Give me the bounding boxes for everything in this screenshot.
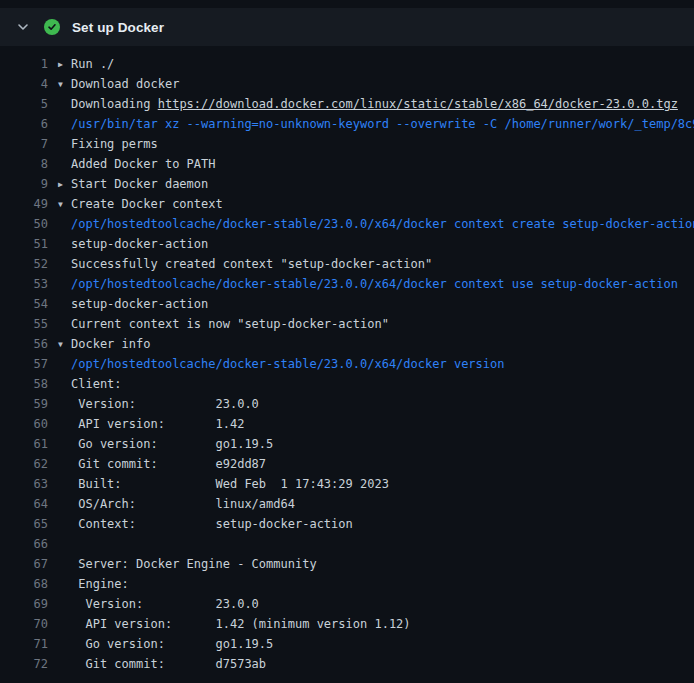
line-number[interactable]: 55 (0, 314, 48, 334)
log-line-content: API version: 1.42 (58, 414, 244, 434)
line-number[interactable]: 52 (0, 254, 48, 274)
log-group-line[interactable]: 56▼Docker info (0, 334, 694, 354)
line-number[interactable]: 6 (0, 114, 48, 134)
log-text: Go version: go1.19.5 (71, 637, 273, 651)
log-line-content: Added Docker to PATH (58, 154, 216, 174)
log-viewer: 1▶Run ./4▼Download docker5Downloading ht… (0, 54, 694, 683)
line-number[interactable]: 51 (0, 234, 48, 254)
log-line-content (58, 534, 71, 554)
log-line-content: Go version: go1.19.5 (58, 634, 273, 654)
log-line: 57/opt/hostedtoolcache/docker-stable/23.… (0, 354, 694, 374)
line-number[interactable]: 8 (0, 154, 48, 174)
log-line-content: ▼Download docker (58, 74, 179, 94)
line-number[interactable]: 66 (0, 534, 48, 554)
triangle-collapsed-icon[interactable]: ▶ (58, 55, 71, 75)
line-number[interactable]: 62 (0, 454, 48, 474)
line-number[interactable]: 59 (0, 394, 48, 414)
line-number[interactable]: 67 (0, 554, 48, 574)
log-line: 61 Go version: go1.19.5 (0, 434, 694, 454)
log-line-content: /usr/bin/tar xz --warning=no-unknown-key… (58, 114, 694, 134)
chevron-down-icon[interactable] (16, 20, 30, 34)
log-command-text: /opt/hostedtoolcache/docker-stable/23.0.… (71, 217, 694, 231)
log-link[interactable]: https://download.docker.com/linux/static… (158, 97, 678, 111)
line-number[interactable]: 68 (0, 574, 48, 594)
line-number[interactable]: 49 (0, 194, 48, 214)
log-text: Engine: (71, 577, 129, 591)
log-text: Version: 23.0.0 (71, 597, 259, 611)
log-line-content: API version: 1.42 (minimum version 1.12) (58, 614, 411, 634)
log-line-content: Go version: go1.19.5 (58, 434, 273, 454)
line-number[interactable]: 60 (0, 414, 48, 434)
log-text: Git commit: e92dd87 (71, 457, 266, 471)
log-line: 72 Git commit: d7573ab (0, 654, 694, 674)
line-number[interactable]: 4 (0, 74, 48, 94)
log-line-content: Git commit: e92dd87 (58, 454, 266, 474)
log-line-content: Current context is now "setup-docker-act… (58, 314, 389, 334)
line-number[interactable]: 61 (0, 434, 48, 454)
log-text: API version: 1.42 (71, 417, 244, 431)
line-number[interactable]: 1 (0, 54, 48, 74)
line-number[interactable]: 71 (0, 634, 48, 654)
success-check-icon (44, 19, 60, 35)
line-number[interactable]: 72 (0, 654, 48, 674)
log-line: 64 OS/Arch: linux/amd64 (0, 494, 694, 514)
log-text: setup-docker-action (71, 237, 208, 251)
log-line-content: Fixing perms (58, 134, 158, 154)
line-number[interactable]: 63 (0, 474, 48, 494)
line-number[interactable]: 53 (0, 274, 48, 294)
log-line-content: setup-docker-action (58, 294, 208, 314)
log-line: 52Successfully created context "setup-do… (0, 254, 694, 274)
line-number[interactable]: 65 (0, 514, 48, 534)
log-group-line[interactable]: 4▼Download docker (0, 74, 694, 94)
log-text: Version: 23.0.0 (71, 397, 259, 411)
log-text: Git commit: d7573ab (71, 657, 266, 671)
line-number[interactable]: 9 (0, 174, 48, 194)
log-text: API version: 1.42 (minimum version 1.12) (71, 617, 411, 631)
log-text: Docker info (71, 337, 150, 351)
log-line-content: Successfully created context "setup-dock… (58, 254, 432, 274)
log-text: Built: Wed Feb 1 17:43:29 2023 (71, 477, 389, 491)
log-line-content: Engine: (58, 574, 129, 594)
line-number[interactable]: 70 (0, 614, 48, 634)
line-number[interactable]: 7 (0, 134, 48, 154)
line-number[interactable]: 64 (0, 494, 48, 514)
log-group-line[interactable]: 9▶Start Docker daemon (0, 174, 694, 194)
line-number[interactable]: 57 (0, 354, 48, 374)
log-line-content: Git commit: d7573ab (58, 654, 266, 674)
log-line: 66 (0, 534, 694, 554)
line-number[interactable]: 56 (0, 334, 48, 354)
log-text: Successfully created context "setup-dock… (71, 257, 432, 271)
log-line: 7Fixing perms (0, 134, 694, 154)
log-line: 60 API version: 1.42 (0, 414, 694, 434)
step-title: Set up Docker (72, 20, 164, 35)
log-line: 69 Version: 23.0.0 (0, 594, 694, 614)
log-text: Fixing perms (71, 137, 158, 151)
log-line: 59 Version: 23.0.0 (0, 394, 694, 414)
triangle-expanded-icon[interactable]: ▼ (58, 335, 71, 355)
line-number[interactable]: 69 (0, 594, 48, 614)
triangle-expanded-icon[interactable]: ▼ (58, 195, 71, 215)
line-number[interactable]: 54 (0, 294, 48, 314)
log-line-content: Version: 23.0.0 (58, 594, 259, 614)
log-line: 65 Context: setup-docker-action (0, 514, 694, 534)
log-group-line[interactable]: 1▶Run ./ (0, 54, 694, 74)
log-line-content: Built: Wed Feb 1 17:43:29 2023 (58, 474, 389, 494)
log-line-content: /opt/hostedtoolcache/docker-stable/23.0.… (58, 214, 694, 234)
triangle-expanded-icon[interactable]: ▼ (58, 75, 71, 95)
log-group-line[interactable]: 49▼Create Docker context (0, 194, 694, 214)
log-text: Go version: go1.19.5 (71, 437, 273, 451)
step-header[interactable]: Set up Docker (0, 8, 694, 46)
log-text: OS/Arch: linux/amd64 (71, 497, 295, 511)
log-line-content: /opt/hostedtoolcache/docker-stable/23.0.… (58, 354, 504, 374)
log-line-content: ▼Create Docker context (58, 194, 223, 214)
log-line: 6/usr/bin/tar xz --warning=no-unknown-ke… (0, 114, 694, 134)
line-number[interactable]: 50 (0, 214, 48, 234)
log-text: Client: (71, 377, 122, 391)
line-number[interactable]: 58 (0, 374, 48, 394)
triangle-collapsed-icon[interactable]: ▶ (58, 175, 71, 195)
log-line: 71 Go version: go1.19.5 (0, 634, 694, 654)
line-number[interactable]: 5 (0, 94, 48, 114)
log-text: Server: Docker Engine - Community (71, 557, 317, 571)
log-line-content: /opt/hostedtoolcache/docker-stable/23.0.… (58, 274, 678, 294)
log-text: Download docker (71, 77, 179, 91)
